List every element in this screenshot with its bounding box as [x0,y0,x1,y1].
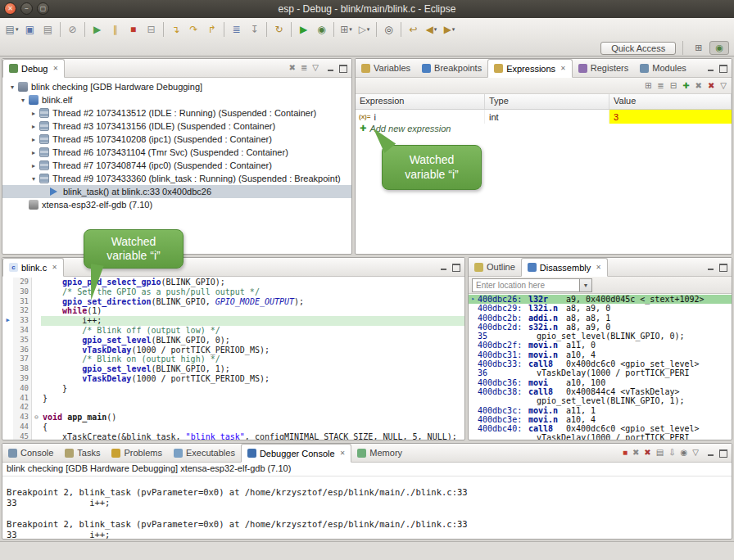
code-line[interactable]: 36 vTaskDelay(1000 / portTICK_PERIOD_MS)… [2,345,464,355]
show-type-names-button[interactable]: ⊞ [645,82,651,90]
search-button[interactable]: ◎ [380,20,397,38]
maximize-view-button[interactable] [719,64,727,72]
drop-to-frame-button[interactable]: ↧ [246,20,263,38]
line-number[interactable]: 40 [13,384,32,394]
debug-perspective-button[interactable]: ◉ [709,41,729,55]
save-button[interactable]: ▣ [21,20,39,38]
remove-all-launches-button[interactable]: ✖ [644,449,650,457]
disassembly-line[interactable]: 400dbc3c:movi.na11, 1 [469,406,732,415]
disassembly-line[interactable]: 400dbc29:l32i.na8, a9, 0 [469,304,732,313]
minimize-button[interactable]: − [20,2,33,15]
step-into-button[interactable]: ↴ [167,20,184,38]
tab-disassembly[interactable]: Disassembly✕ [521,258,608,277]
fold-collapse-icon[interactable]: ⊖ [32,413,41,422]
run-button[interactable]: ▶ [295,20,312,38]
code-line[interactable]: 34 /* Blink off (output low) */ [2,326,464,336]
disassembly-line[interactable]: vTaskDelay(1000 / portTICK_PERI [469,433,732,440]
view-menu-button[interactable]: ▽ [720,82,727,90]
tab-breakpoints[interactable]: Breakpoints [416,59,487,77]
clear-console-button[interactable]: ▤ [656,449,664,457]
expander-icon[interactable]: ▸ [29,123,39,130]
line-number[interactable]: 35 [13,336,32,345]
tab-debugger-console[interactable]: Debugger Console✕ [241,444,351,463]
code-line[interactable]: 37 /* Blink on (output high) */ [2,355,464,364]
disassembly-line[interactable]: 400dbc36:movia10, 100 [469,378,732,387]
refresh-button[interactable]: ↻ [270,20,288,38]
code-line[interactable]: 44{ [2,422,464,432]
back-button[interactable]: ◀▾ [423,20,440,38]
step-over-button[interactable]: ↷ [185,20,202,38]
column-header-type[interactable]: Type [485,94,609,109]
minimize-view-button[interactable] [440,263,448,271]
code-line[interactable]: 42 [2,403,464,413]
tab-outline[interactable]: Outline [469,258,521,276]
maximize-view-button[interactable] [719,263,727,271]
console-output[interactable]: Breakpoint 2, blink_task (pvParameter=0x… [2,476,732,539]
scroll-lock-button[interactable]: ⇩ [668,449,675,457]
code-line[interactable]: 35 gpio_set_level(BLINK_GPIO, 0); [2,336,464,345]
column-header-expression[interactable]: Expression [356,94,485,109]
remove-expression-button[interactable]: ✖ [695,82,702,90]
close-icon[interactable]: ✕ [52,65,58,72]
disassembly-line[interactable]: 400dbc31:movi.na10, 4 [469,350,732,359]
line-number[interactable]: 30 [13,287,32,297]
step-return-button[interactable]: ↱ [203,20,220,38]
tab-expressions[interactable]: Expressions✕ [487,59,573,78]
remove-all-expressions-button[interactable]: ✖ [708,82,714,90]
expander-icon[interactable]: ▾ [29,175,39,183]
open-perspective-button[interactable]: ⊞ [690,42,707,54]
tab-memory[interactable]: Memory [351,444,408,462]
remove-launch-button[interactable]: ✖ [632,449,639,457]
close-icon[interactable]: ✕ [596,264,601,271]
debug-tree-item[interactable]: ▸Thread #2 1073413512 (IDLE : Running) (… [2,106,351,120]
line-number[interactable]: 36 [13,345,32,355]
code-line[interactable]: 40 } [2,384,464,394]
close-button[interactable]: ✕ [4,2,16,15]
debug-tree-item[interactable]: ▾blink.elf [2,93,351,106]
terminate-button[interactable]: ■ [623,449,628,457]
line-number[interactable]: 39 [13,374,32,384]
maximize-view-button[interactable] [719,449,727,457]
debug-tree-item[interactable]: ▸Thread #3 1073413156 (IDLE) (Suspended … [2,120,351,133]
disassembly-line[interactable]: 400dbc2f:movi.na11, 0 [469,341,732,350]
code-line[interactable]: 41} [2,394,464,404]
disassembly-line[interactable]: 400dbc3e:movi.na10, 4 [469,415,732,424]
expander-icon[interactable]: ▾ [7,84,17,91]
code-line[interactable]: 39 vTaskDelay(1000 / portTICK_PERIOD_MS)… [2,374,464,384]
tab-tasks[interactable]: Tasks [59,444,106,462]
disassembly-line[interactable]: 400dbc2b:addi.na8, a8, 1 [469,314,732,323]
skip-all-breakpoints-button[interactable]: ⊘ [64,20,81,38]
column-header-value[interactable]: Value [609,94,732,109]
maximize-button[interactable]: ▢ [37,2,49,15]
show-logical-structures-button[interactable]: ≣ [657,82,664,90]
debug-tree-item[interactable]: ▸Thread #5 1073410208 (ipc1) (Suspended … [2,133,351,146]
disassembly-line[interactable]: 36vTaskDelay(1000 / portTICK_PERI [469,368,732,377]
expander-icon[interactable]: ▸ [29,110,39,117]
expander-icon[interactable]: ▸ [29,149,39,156]
debug-tree-item[interactable]: ▸Thread #6 1073431104 (Tmr Svc) (Suspend… [2,146,351,159]
expression-row[interactable]: (x)=iint3 [356,110,732,124]
tab-blink-c[interactable]: cblink.c✕ [2,258,64,277]
terminate-button[interactable]: ■ [125,20,142,38]
disassembly-line[interactable]: gpio_set_level(BLINK_GPIO, 1); [469,396,732,405]
debug-tree-item[interactable]: blink_task() at blink.c:33 0x400dbc26 [2,185,351,198]
line-number[interactable]: 41 [13,394,32,404]
new-launch-button[interactable]: ⊞▾ [338,20,355,38]
debug-button[interactable]: ◉ [313,20,330,38]
code-line[interactable]: 38 gpio_set_level(BLINK_GPIO, 1); [2,364,464,374]
minimize-view-button[interactable] [327,64,335,72]
disassembly-line[interactable]: 400dbc2d:s32i.na8, a9, 0 [469,323,732,332]
remove-all-terminated-button[interactable]: ✖ [289,64,296,72]
line-number[interactable]: 32 [13,306,32,316]
debug-view-layout-button[interactable]: ≣ [301,64,307,72]
resume-button[interactable]: ▶ [88,20,106,38]
expander-icon[interactable]: ▾ [18,97,28,104]
minimize-view-button[interactable] [707,449,715,457]
disassembly-line[interactable]: 400dbc38:call80x400844c4 <vTaskDelay> [469,387,732,396]
tab-variables[interactable]: Variables [356,59,416,77]
new-button[interactable]: ▤▾ [3,20,20,38]
line-number[interactable]: 33 [13,316,32,326]
minimize-view-button[interactable] [707,263,715,271]
line-number[interactable]: 45 [13,432,32,440]
add-expression-row[interactable]: ✚ Add new expression [356,124,732,138]
